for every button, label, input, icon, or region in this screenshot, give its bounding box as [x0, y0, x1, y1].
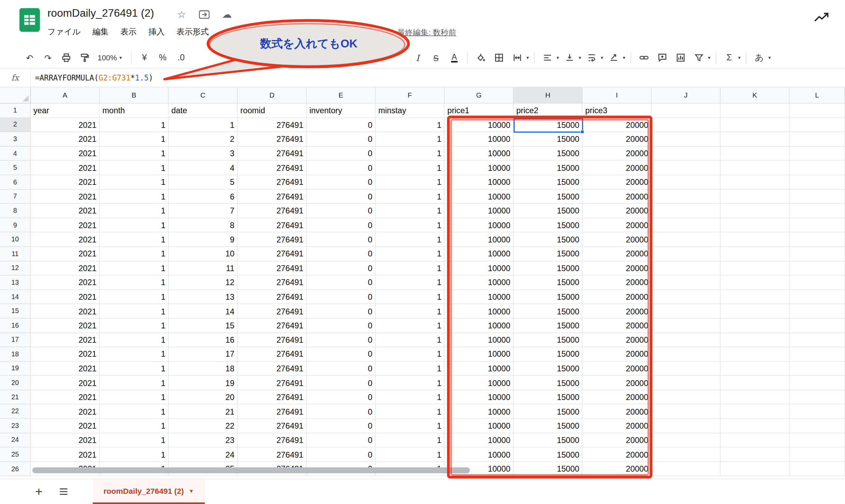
- menu-edit[interactable]: 編集: [92, 27, 108, 37]
- cell-D10[interactable]: 276491: [238, 233, 307, 247]
- cell-B14[interactable]: 1: [100, 290, 168, 304]
- cell-I25[interactable]: 20000: [582, 447, 651, 462]
- borders-button[interactable]: [490, 49, 508, 65]
- cell-F4[interactable]: 1: [376, 147, 445, 161]
- row-header-22[interactable]: 22: [0, 404, 31, 419]
- cell-I6[interactable]: 20000: [582, 175, 651, 190]
- cell-A6[interactable]: 2021: [31, 175, 100, 190]
- cell-C2[interactable]: 1: [169, 118, 238, 132]
- chevron-down-icon[interactable]: ▾: [707, 55, 712, 60]
- cell-G19[interactable]: 10000: [445, 361, 514, 376]
- cell-E13[interactable]: 0: [307, 276, 375, 290]
- cell-C3[interactable]: 2: [169, 132, 238, 147]
- cell-E10[interactable]: 0: [307, 233, 375, 247]
- cell-F16[interactable]: 1: [376, 318, 445, 333]
- cell-K25[interactable]: [721, 447, 789, 462]
- cell-B23[interactable]: 1: [100, 419, 168, 433]
- cell-I26[interactable]: 20000: [582, 462, 651, 476]
- cell-G6[interactable]: 10000: [445, 175, 514, 190]
- cell-D3[interactable]: 276491: [238, 132, 307, 147]
- cell-L3[interactable]: [789, 132, 845, 147]
- cell-B8[interactable]: 1: [100, 204, 168, 218]
- cell-H5[interactable]: 15000: [514, 161, 582, 175]
- cell-D1[interactable]: roomid: [238, 104, 307, 118]
- row-header-12[interactable]: 12: [0, 261, 31, 276]
- cell-L4[interactable]: [789, 147, 845, 161]
- row-header-5[interactable]: 5: [0, 161, 31, 175]
- print-button[interactable]: [57, 49, 76, 65]
- cell-L7[interactable]: [789, 190, 845, 204]
- cell-A14[interactable]: 2021: [31, 290, 100, 304]
- cell-E1[interactable]: inventory: [307, 104, 375, 118]
- cell-I23[interactable]: 20000: [582, 419, 651, 433]
- cell-D22[interactable]: 276491: [238, 404, 307, 419]
- cell-J1[interactable]: [652, 104, 721, 118]
- cell-I10[interactable]: 20000: [582, 233, 651, 247]
- cell-E7[interactable]: 0: [307, 190, 375, 204]
- column-header-G[interactable]: G: [445, 87, 514, 103]
- cell-I3[interactable]: 20000: [582, 132, 651, 147]
- chevron-down-icon[interactable]: ▾: [577, 55, 583, 60]
- cell-A1[interactable]: year: [31, 104, 100, 118]
- cell-L16[interactable]: [789, 318, 845, 333]
- cell-K9[interactable]: [721, 218, 789, 233]
- cell-D2[interactable]: 276491: [238, 118, 307, 132]
- cell-C20[interactable]: 19: [169, 376, 238, 390]
- cell-D17[interactable]: 276491: [238, 333, 307, 347]
- cell-D18[interactable]: 276491: [238, 347, 307, 361]
- cell-B4[interactable]: 1: [100, 147, 168, 161]
- cell-E23[interactable]: 0: [307, 419, 375, 433]
- cell-J13[interactable]: [652, 276, 721, 290]
- cell-C8[interactable]: 7: [169, 204, 238, 218]
- cell-A24[interactable]: 2021: [31, 433, 100, 447]
- cell-J22[interactable]: [652, 404, 721, 419]
- cell-L17[interactable]: [789, 333, 845, 347]
- cell-I16[interactable]: 20000: [582, 318, 651, 333]
- cell-C6[interactable]: 5: [169, 175, 238, 190]
- cell-J3[interactable]: [652, 132, 721, 147]
- cell-F14[interactable]: 1: [376, 290, 445, 304]
- cell-J20[interactable]: [652, 376, 721, 390]
- cell-K11[interactable]: [721, 247, 789, 261]
- cell-G3[interactable]: 10000: [445, 132, 514, 147]
- row-header-19[interactable]: 19: [0, 361, 31, 376]
- chevron-down-icon[interactable]: ▾: [555, 55, 561, 60]
- all-sheets-button[interactable]: [56, 484, 71, 499]
- cell-L15[interactable]: [789, 304, 845, 318]
- cell-L21[interactable]: [789, 390, 845, 404]
- cell-D21[interactable]: 276491: [238, 390, 307, 404]
- cell-C23[interactable]: 22: [169, 419, 238, 433]
- cell-G23[interactable]: 10000: [445, 419, 514, 433]
- redo-button[interactable]: ↷: [39, 49, 57, 65]
- cell-K15[interactable]: [721, 304, 789, 318]
- cell-J7[interactable]: [652, 190, 721, 204]
- cell-H12[interactable]: 15000: [514, 261, 582, 276]
- cell-G13[interactable]: 10000: [445, 276, 514, 290]
- cell-B18[interactable]: 1: [100, 347, 168, 361]
- merge-cells-button[interactable]: [508, 49, 527, 65]
- cell-K10[interactable]: [721, 233, 789, 247]
- cell-K21[interactable]: [721, 390, 789, 404]
- cell-J24[interactable]: [652, 433, 721, 447]
- cell-K16[interactable]: [721, 318, 789, 333]
- cell-I21[interactable]: 20000: [582, 390, 651, 404]
- cell-I7[interactable]: 20000: [582, 190, 651, 204]
- cell-B17[interactable]: 1: [100, 333, 168, 347]
- cell-I4[interactable]: 20000: [582, 147, 651, 161]
- cell-A25[interactable]: 2021: [31, 447, 100, 462]
- cell-L1[interactable]: [789, 104, 845, 118]
- cell-F13[interactable]: 1: [376, 276, 445, 290]
- vertical-align-button[interactable]: [561, 49, 579, 65]
- cell-J8[interactable]: [652, 204, 721, 218]
- cell-B1[interactable]: month: [100, 104, 168, 118]
- formula-text[interactable]: =ARRAYFORMULA(G2:G731*1.5): [35, 73, 153, 82]
- row-header-7[interactable]: 7: [0, 190, 31, 204]
- horizontal-scrollbar[interactable]: [32, 468, 470, 473]
- cell-D20[interactable]: 276491: [238, 376, 307, 390]
- cell-H1[interactable]: price2: [514, 104, 582, 118]
- cell-C16[interactable]: 15: [169, 318, 238, 333]
- cell-A9[interactable]: 2021: [31, 218, 100, 233]
- column-header-F[interactable]: F: [376, 87, 445, 103]
- cell-G1[interactable]: price1: [445, 104, 514, 118]
- cell-I12[interactable]: 20000: [582, 261, 651, 276]
